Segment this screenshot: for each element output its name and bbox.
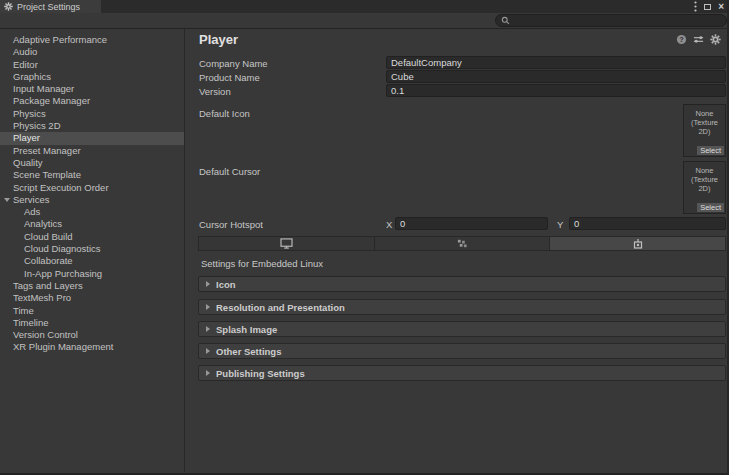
object-picker-none: None xyxy=(684,166,725,175)
sidebar-item-package-manager[interactable]: Package Manager xyxy=(0,95,184,107)
sidebar-item-version-control[interactable]: Version Control xyxy=(0,329,184,341)
help-icon[interactable]: ? xyxy=(675,33,687,45)
splash-image-section-header[interactable]: Splash Image xyxy=(198,321,726,337)
default-cursor-select-button[interactable]: Select xyxy=(697,203,724,212)
toolbar xyxy=(0,13,727,29)
section-label: Other Settings xyxy=(216,346,281,357)
desktop-platform-tab[interactable] xyxy=(198,236,374,251)
section-label: Publishing Settings xyxy=(216,368,305,379)
search-input[interactable] xyxy=(510,15,721,26)
sidebar-item-textmesh-pro[interactable]: TextMesh Pro xyxy=(0,292,184,304)
version-field[interactable] xyxy=(386,84,726,97)
header-icons: ? xyxy=(675,33,721,45)
sidebar-item-tags-and-layers[interactable]: Tags and Layers xyxy=(0,280,184,292)
other-settings-section-header[interactable]: Other Settings xyxy=(198,343,726,359)
publishing-settings-section-header[interactable]: Publishing Settings xyxy=(198,365,726,381)
presets-icon[interactable] xyxy=(692,33,704,45)
foldout-collapsed-icon xyxy=(206,281,210,287)
dedicated-server-platform-icon xyxy=(456,238,469,249)
search-box[interactable] xyxy=(495,14,727,27)
settings-sidebar: Adaptive Performance Audio Editor Graphi… xyxy=(0,29,185,472)
dedicated-server-platform-tab[interactable] xyxy=(374,236,550,251)
sidebar-item-ads[interactable]: Ads xyxy=(0,206,184,218)
window-title: Project Settings xyxy=(17,2,80,12)
project-settings-tab[interactable]: Project Settings xyxy=(0,0,101,13)
kebab-menu-icon[interactable] xyxy=(694,1,697,12)
sidebar-item-editor[interactable]: Editor xyxy=(0,59,184,71)
x-axis-label: X xyxy=(386,219,392,230)
default-icon-label: Default Icon xyxy=(199,108,250,119)
sidebar-item-physics[interactable]: Physics xyxy=(0,108,184,120)
sidebar-item-script-execution-order[interactable]: Script Execution Order xyxy=(0,182,184,194)
player-settings-panel: Player ? xyxy=(185,29,727,472)
object-picker-none: None xyxy=(684,109,725,118)
default-icon-object-picker[interactable]: None (Texture 2D) Select xyxy=(683,104,726,157)
sidebar-item-player[interactable]: Player xyxy=(0,132,184,144)
company-name-field[interactable] xyxy=(386,56,726,69)
project-settings-window: Project Settings × xyxy=(0,0,729,475)
sidebar-item-label: Services xyxy=(13,194,49,205)
sidebar-item-cloud-build[interactable]: Cloud Build xyxy=(0,231,184,243)
section-label: Icon xyxy=(216,279,236,290)
sidebar-item-physics-2d[interactable]: Physics 2D xyxy=(0,120,184,132)
embedded-linux-platform-tab[interactable] xyxy=(549,236,726,251)
svg-text:?: ? xyxy=(679,35,684,44)
foldout-collapsed-icon xyxy=(206,326,210,332)
foldout-collapsed-icon xyxy=(206,370,210,376)
resolution-and-presentation-section-header[interactable]: Resolution and Presentation xyxy=(198,299,726,315)
gear-icon xyxy=(4,2,13,11)
settings-for-label: Settings for Embedded Linux xyxy=(201,258,323,269)
object-picker-type: (Texture 2D) xyxy=(684,118,725,136)
icon-section-header[interactable]: Icon xyxy=(198,276,726,292)
cursor-hotspot-y-field[interactable] xyxy=(569,217,726,230)
cursor-hotspot-label: Cursor Hotspot xyxy=(199,219,263,230)
sidebar-item-collaborate[interactable]: Collaborate xyxy=(0,255,184,267)
sidebar-item-in-app-purchasing[interactable]: In-App Purchasing xyxy=(0,268,184,280)
sidebar-item-audio[interactable]: Audio xyxy=(0,46,184,58)
sidebar-item-timeline[interactable]: Timeline xyxy=(0,317,184,329)
search-icon xyxy=(501,16,510,25)
sidebar-item-scene-template[interactable]: Scene Template xyxy=(0,169,184,181)
y-axis-label: Y xyxy=(557,219,563,230)
section-label: Splash Image xyxy=(216,324,277,335)
platform-tab-bar xyxy=(198,236,726,251)
section-label: Resolution and Presentation xyxy=(216,302,345,313)
product-name-field[interactable] xyxy=(386,70,726,83)
product-name-label: Product Name xyxy=(199,72,260,83)
foldout-collapsed-icon xyxy=(206,304,210,310)
sidebar-item-preset-manager[interactable]: Preset Manager xyxy=(0,145,184,157)
version-label: Version xyxy=(199,86,231,97)
default-cursor-label: Default Cursor xyxy=(199,166,260,177)
sidebar-item-graphics[interactable]: Graphics xyxy=(0,71,184,83)
sidebar-item-time[interactable]: Time xyxy=(0,305,184,317)
maximize-icon[interactable] xyxy=(704,4,711,10)
page-title: Player xyxy=(199,32,238,47)
gear-icon[interactable] xyxy=(709,33,721,45)
close-icon[interactable]: × xyxy=(718,2,724,12)
window-controls: × xyxy=(694,0,724,13)
embedded-linux-platform-icon xyxy=(632,238,644,250)
sidebar-item-xr-plugin-management[interactable]: XR Plugin Management xyxy=(0,341,184,353)
foldout-collapsed-icon xyxy=(206,348,210,354)
window-titlebar: Project Settings × xyxy=(0,0,727,13)
sidebar-item-input-manager[interactable]: Input Manager xyxy=(0,83,184,95)
object-picker-type: (Texture 2D) xyxy=(684,175,725,193)
default-icon-select-button[interactable]: Select xyxy=(697,146,724,155)
foldout-expanded-icon[interactable] xyxy=(4,198,10,202)
default-cursor-object-picker[interactable]: None (Texture 2D) Select xyxy=(683,161,726,214)
cursor-hotspot-x-field[interactable] xyxy=(395,217,548,230)
sidebar-item-services[interactable]: Services xyxy=(0,194,184,206)
sidebar-item-quality[interactable]: Quality xyxy=(0,157,184,169)
sidebar-item-adaptive-performance[interactable]: Adaptive Performance xyxy=(0,34,184,46)
desktop-platform-icon xyxy=(280,238,293,249)
sidebar-item-analytics[interactable]: Analytics xyxy=(0,218,184,230)
sidebar-item-cloud-diagnostics[interactable]: Cloud Diagnostics xyxy=(0,243,184,255)
company-name-label: Company Name xyxy=(199,58,268,69)
